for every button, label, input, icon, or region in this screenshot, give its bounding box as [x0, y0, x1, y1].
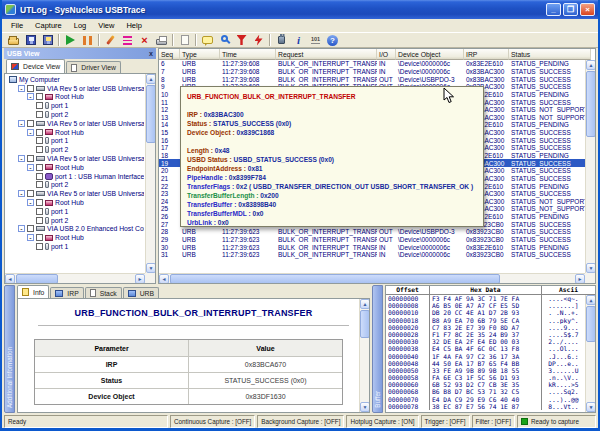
checkbox[interactable] [36, 208, 43, 215]
hex-row[interactable]: 000000401F 4A FA 97 C2 36 17 3A.J...6.: [386, 353, 585, 360]
open-button[interactable] [5, 33, 22, 47]
column-header-status[interactable]: Status [509, 49, 591, 60]
tree-item[interactable]: port 1 [6, 207, 144, 216]
tree-item[interactable]: -Root Hub [6, 233, 144, 242]
tab-irp[interactable]: IRP [50, 287, 83, 298]
scroll-up-button[interactable]: ▲ [586, 295, 596, 305]
column-header-request[interactable]: Request [276, 49, 377, 60]
table-row[interactable]: 28URB11:27:39:623BULK_OR_INTERRUPT_TRANS… [159, 228, 585, 236]
filter-button[interactable] [233, 33, 250, 47]
tree-item[interactable]: -VIA Rev 5 or later USB Universal Host C [6, 84, 144, 93]
find-button[interactable] [216, 33, 233, 47]
save-button[interactable] [22, 33, 39, 47]
tab-device-view[interactable]: Device View [6, 59, 65, 73]
scrollbar-thumb[interactable] [16, 274, 58, 284]
tab-stack[interactable]: Stack [85, 287, 122, 298]
column-header-time[interactable]: Time [220, 49, 276, 60]
tree-item[interactable]: My Computer [6, 75, 144, 84]
hex-row[interactable]: 0000007838 EC 87 E7 56 74 1E 878...Vt.. [386, 403, 585, 410]
scroll-left-button[interactable]: ◄ [5, 274, 15, 284]
checkbox[interactable] [27, 85, 34, 92]
expand-toggle[interactable]: - [18, 190, 25, 197]
scrollbar-thumb[interactable] [146, 85, 156, 143]
tree-item[interactable]: port 2 [6, 181, 144, 190]
hex-row[interactable]: 00000008A6 B5 0E A7 A7 CF E5 5D.......] [386, 302, 585, 309]
expand-toggle[interactable]: - [27, 129, 34, 136]
menu-capture[interactable]: Capture [29, 20, 68, 31]
edit-note-button[interactable] [102, 33, 119, 47]
checkbox[interactable] [27, 190, 34, 197]
tree-item[interactable]: -Root Hub [6, 93, 144, 102]
table-horizontal-scrollbar[interactable]: ◄ ► [159, 273, 585, 283]
checkbox[interactable] [36, 173, 43, 180]
export-button[interactable] [39, 33, 56, 47]
table-row[interactable]: 30URB11:27:39:623BULK_OR_INTERRUPT_TRANS… [159, 243, 585, 251]
tree-item[interactable]: -Root Hub [6, 163, 144, 172]
buffer-side-tab[interactable]: Buffer [372, 285, 383, 413]
hex-row[interactable]: 00000010DB 20 CC 4E A1 D7 2B 93. .N..+. [386, 309, 585, 316]
scroll-down-button[interactable]: ▼ [586, 263, 596, 273]
expand-toggle[interactable]: - [18, 120, 25, 127]
expand-toggle[interactable]: - [18, 85, 25, 92]
column-header-seq[interactable]: Seq [159, 49, 180, 60]
tree-item[interactable]: -Root Hub [6, 128, 144, 137]
scrollbar-thumb[interactable] [586, 71, 596, 137]
checkbox[interactable] [36, 199, 43, 206]
tree-item[interactable]: port 2 [6, 145, 144, 154]
hex-row[interactable]: 0000005033 FE A9 9B 89 9B 18 553......U [386, 367, 585, 374]
hex-row[interactable]: 00000000F3 F4 AF 9A 3C 71 7E FA....<q~. [386, 295, 585, 302]
pause-capture-button[interactable] [79, 33, 96, 47]
binary-view-button[interactable]: 101 [307, 33, 324, 47]
close-button[interactable]: × [580, 3, 595, 16]
show-tooltip-button[interactable] [199, 33, 216, 47]
scroll-down-button[interactable]: ▼ [586, 402, 596, 412]
hex-row[interactable]: 000000606B 52 93 D2 C7 CB 3E 35kR....>5 [386, 381, 585, 388]
expand-toggle[interactable]: - [27, 93, 34, 100]
menu-log[interactable]: Log [68, 20, 93, 31]
table-vertical-scrollbar[interactable]: ▲ ▼ [585, 60, 595, 273]
hex-row[interactable]: 00000018B8 A9 EA 70 6B 79 5E CA...pky^. [386, 317, 585, 324]
checkbox[interactable] [36, 137, 43, 144]
scrollbar-thumb[interactable] [170, 274, 500, 284]
delete-button[interactable]: × [136, 33, 153, 47]
table-row[interactable]: 31URB11:27:39:623BULK_OR_INTERRUPT_TRANS… [159, 251, 585, 259]
checkbox[interactable] [36, 93, 43, 100]
checkbox[interactable] [36, 111, 43, 118]
expand-toggle[interactable]: - [18, 225, 25, 232]
tree-item[interactable]: port 2 [6, 216, 144, 225]
column-header-deviceobject[interactable]: Device Object [396, 49, 464, 60]
maximize-button[interactable]: ❐ [563, 3, 578, 16]
checkbox[interactable] [36, 129, 43, 136]
expand-toggle[interactable]: - [18, 155, 25, 162]
hex-row[interactable]: 00000068B6 B8 D7 BC 53 71 32 C5....Sq2. [386, 388, 585, 395]
scroll-down-button[interactable]: ▼ [360, 402, 370, 412]
scroll-up-button[interactable]: ▲ [360, 299, 370, 309]
start-capture-button[interactable] [62, 33, 79, 47]
table-row[interactable]: 29URB11:27:39:623BULK_OR_INTERRUPT_TRANS… [159, 236, 585, 244]
tree-item[interactable]: -VIA USB 2.0 Enhanced Host Controller [6, 225, 144, 234]
tree-item[interactable]: port 1 [6, 137, 144, 146]
additional-information-side-tab[interactable]: Additional Information [4, 285, 15, 413]
checkbox[interactable] [36, 243, 43, 250]
expand-toggle[interactable]: - [27, 234, 34, 241]
tree-item[interactable]: port 1 [6, 101, 144, 110]
tree-item[interactable]: -VIA Rev 5 or later USB Universal Host C [6, 189, 144, 198]
column-header-irp[interactable]: IRP [464, 49, 509, 60]
checkbox[interactable] [36, 164, 43, 171]
tree-item[interactable]: -VIA Rev 5 or later USB Universal Host C [6, 154, 144, 163]
column-header-type[interactable]: Type [180, 49, 220, 60]
info-vertical-scrollbar[interactable]: ▲ ▼ [359, 299, 369, 412]
hex-row[interactable]: 0000003032 DE EA 2F E4 ED 00 032../.... [386, 338, 585, 345]
tree-item[interactable]: port 2 [6, 110, 144, 119]
scroll-left-button[interactable]: ◄ [159, 274, 169, 284]
usb-tree-button[interactable] [273, 33, 290, 47]
hex-row[interactable]: 00000058FA 6E C3 1F 5C 56 D1 93.n..\V.. [386, 374, 585, 381]
scroll-right-button[interactable]: ► [575, 274, 585, 284]
table-row[interactable]: 7URB11:27:39:608BULK_OR_INTERRUPT_TRANSF… [159, 68, 585, 76]
info-button[interactable]: i [290, 33, 307, 47]
menu-help[interactable]: Help [120, 20, 147, 31]
tree-item[interactable]: -VIA Rev 5 or later USB Universal Host C [6, 119, 144, 128]
expand-toggle[interactable]: - [27, 199, 34, 206]
tab-driver-view[interactable]: Driver View [66, 61, 121, 73]
scroll-down-button[interactable]: ▼ [146, 263, 156, 273]
